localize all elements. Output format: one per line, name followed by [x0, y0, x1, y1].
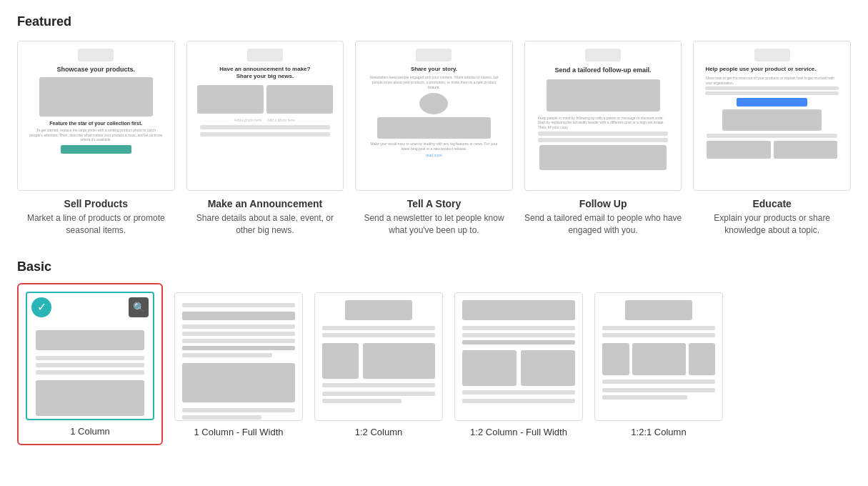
sell-products-desc: Market a line of products or promote sea…: [17, 212, 175, 237]
educate-title: Educate: [752, 198, 791, 209]
wf-12f-col2: [521, 350, 575, 386]
basic-section-bordered: Basic ✓ 🔍: [17, 259, 163, 445]
wf-12-line1: [322, 326, 435, 330]
1col-full-wireframe: [175, 293, 302, 421]
featured-card-sell-products[interactable]: Showcase your products. Feature the star…: [17, 41, 175, 237]
wf-text: To get started, replace the large photo …: [29, 128, 163, 142]
featured-card-educate[interactable]: Help people use your product or service.…: [693, 41, 851, 237]
wf-121-line5: [602, 395, 687, 400]
sell-products-title: Sell Products: [64, 198, 128, 209]
wf-button: [61, 145, 131, 154]
wf-line-c: [36, 370, 144, 375]
featured-section: Featured Showcase your products. Feature…: [17, 14, 851, 237]
make-announcement-preview: Have an announcement to make?Share your …: [186, 41, 344, 191]
wf-educate-line: [705, 86, 839, 90]
wf-12-col2: [363, 343, 435, 379]
basic-card-1col-full[interactable]: 1 Column - Full Width: [174, 292, 303, 437]
wf-logo-2: [247, 49, 283, 61]
wf-line-b: [36, 363, 144, 367]
featured-card-tell-story[interactable]: Share your story. Newsletters keep peopl…: [355, 41, 513, 237]
wf-followup-heading: Send a tailored follow-up email.: [537, 66, 670, 75]
educate-preview: Help people use your product or service.…: [693, 41, 851, 191]
wf-121-col2: [632, 343, 686, 375]
wf-f-line5: [182, 346, 295, 350]
wf-bottom-block: [36, 380, 144, 416]
1-column-preview: ✓ 🔍: [26, 292, 154, 420]
1-2-col-wireframe: [315, 293, 442, 413]
make-announcement-title: Make an Announcement: [208, 198, 323, 209]
basic-card-1-2-1-col[interactable]: 1:2:1 Column: [594, 292, 723, 437]
basic-card-1-2-col[interactable]: 1:2 Column: [314, 292, 443, 437]
wf-educate-text: Show how to get the most out of your pro…: [705, 76, 839, 85]
basic-section: Basic ✓ 🔍: [17, 259, 851, 445]
wf-top-block: [36, 330, 144, 350]
educate-desc: Explain your products or share knowledge…: [693, 212, 851, 237]
wf-story-img: [377, 117, 491, 139]
follow-up-preview: Send a tailored follow-up email. Keep pe…: [524, 41, 682, 191]
wf-line: [200, 125, 331, 129]
wf-followup-line1: [538, 132, 669, 136]
follow-up-desc: Send a tailored email to people who have…: [524, 212, 682, 237]
wf-educate-line2: [705, 91, 839, 95]
tell-story-preview: Share your story. Newsletters keep peopl…: [355, 41, 513, 191]
wf-followup-line2: [538, 138, 669, 142]
wf-line-a: [36, 356, 144, 360]
search-icon-overlay[interactable]: 🔍: [129, 297, 149, 317]
sell-products-preview: Showcase your products. Feature the star…: [17, 41, 175, 191]
1-2-col-label: 1:2 Column: [355, 427, 402, 437]
wf-story-icon: [419, 93, 448, 114]
featured-cards-row: Showcase your products. Feature the star…: [17, 41, 851, 237]
wf-story-heading: Share your story.: [367, 66, 501, 72]
wf-12f-line4: [462, 399, 575, 403]
wf-f-line4: [182, 339, 295, 343]
basic-selected-wrapper: ✓ 🔍: [17, 283, 163, 445]
wf-line-d: [36, 420, 144, 420]
basic-card-1-column[interactable]: ✓ 🔍: [26, 292, 154, 437]
wf-top-block-12: [345, 300, 413, 320]
1-2-col-preview: [314, 292, 443, 421]
wf-12f-bar: [462, 340, 575, 344]
1-2-full-wireframe: [455, 293, 582, 413]
follow-up-title: Follow Up: [579, 198, 627, 209]
wf-12-line4: [322, 392, 435, 396]
wf-line2: [200, 132, 331, 137]
wf-educate-img-right: [774, 141, 837, 159]
wf-followup-img: [547, 79, 660, 111]
wf-12-row: [322, 343, 435, 379]
1-2-full-label: 1:2 Column - Full Width: [470, 427, 567, 437]
wf-12f-line1: [462, 326, 575, 330]
wf-12-col1: [322, 343, 359, 379]
wf-f-line8: [182, 415, 261, 420]
wf-f-line3: [182, 332, 295, 336]
1-2-full-preview: [454, 292, 583, 421]
wf-educate-img: [722, 109, 822, 131]
wf-story-text: Newsletters keep people engaged with you…: [367, 75, 501, 90]
wf-educate-img-left: [707, 141, 770, 159]
wf-story-text2: Make your email easy to scan by leading …: [366, 142, 502, 151]
wf-story-link: read more: [364, 153, 504, 157]
wf-logo-5: [754, 49, 790, 61]
wf-img-left: [197, 85, 264, 114]
wf-121-line4: [602, 388, 715, 392]
wf-121-line3: [602, 380, 715, 384]
wf-121-col3: [689, 343, 716, 375]
wf-logo-4: [585, 49, 621, 61]
basic-remaining-cards: 1 Column - Full Width 1:2 Column: [174, 292, 723, 437]
1col-full-preview: [174, 292, 303, 421]
basic-title: Basic: [17, 259, 163, 274]
1-2-1-col-preview: [594, 292, 723, 421]
featured-card-make-announcement[interactable]: Have an announcement to make?Share your …: [186, 41, 344, 237]
wf-f-line2: [182, 324, 295, 329]
tell-story-title: Tell A Story: [407, 198, 462, 209]
basic-card-1-2-full[interactable]: 1:2 Column - Full Width: [454, 292, 583, 437]
wf-image: [39, 77, 153, 116]
magnify-icon: 🔍: [133, 302, 145, 313]
wf-12f-col1: [462, 350, 517, 386]
featured-card-follow-up[interactable]: Send a tailored follow-up email. Keep pe…: [524, 41, 682, 237]
wf-educate-line3: [707, 134, 837, 138]
wf-12-line3: [322, 383, 435, 387]
wf-img-right: [266, 85, 333, 114]
wf-logo-3: [416, 49, 452, 61]
wf-small-text: Add a photo here. Add a photo here.: [194, 118, 336, 122]
wf-f-img: [182, 363, 295, 402]
